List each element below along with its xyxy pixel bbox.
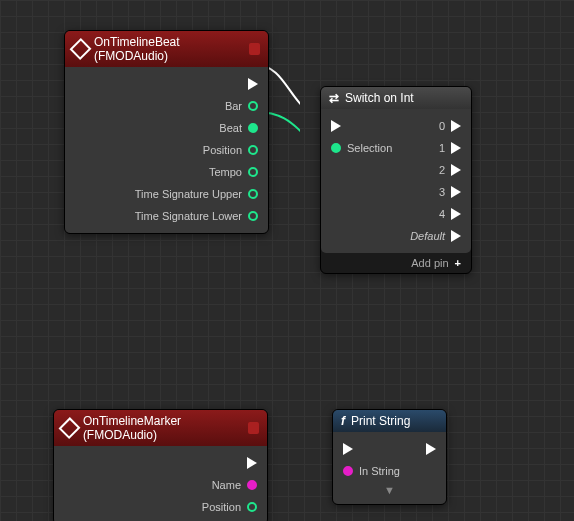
node-body: 0 Selection 1 2 3 4 Default: [321, 109, 471, 253]
node-ontimelinemarker[interactable]: OnTimelineMarker (FMODAudio) Name Positi…: [53, 409, 268, 521]
event-icon: [59, 417, 81, 439]
exec-out-2[interactable]: 2: [439, 164, 461, 176]
exec-out-default[interactable]: Default: [410, 230, 461, 242]
node-header[interactable]: ⇄ Switch on Int: [321, 87, 471, 109]
node-ontimelinebeat[interactable]: OnTimelineBeat (FMODAudio) Bar Beat Posi…: [64, 30, 269, 234]
exec-in-pin[interactable]: [343, 443, 353, 455]
exec-out-4[interactable]: 4: [439, 208, 461, 220]
exec-out-0[interactable]: 0: [439, 120, 461, 132]
node-title: Print String: [351, 414, 410, 428]
output-pin-tsupper[interactable]: Time Signature Upper: [135, 188, 258, 200]
close-icon[interactable]: [249, 43, 260, 55]
expand-chevron-icon[interactable]: ▼: [343, 482, 436, 498]
output-pin-position[interactable]: Position: [202, 501, 257, 513]
node-switch-on-int[interactable]: ⇄ Switch on Int 0 Selection 1 2 3 4 Defa…: [320, 86, 472, 274]
event-icon: [70, 38, 92, 60]
output-pin-bar[interactable]: Bar: [225, 100, 258, 112]
plus-icon: +: [455, 257, 461, 269]
output-pin-name[interactable]: Name: [212, 479, 257, 491]
node-print-string[interactable]: f Print String In String ▼: [332, 409, 447, 505]
close-icon[interactable]: [248, 422, 259, 434]
node-title: OnTimelineBeat (FMODAudio): [94, 35, 243, 63]
exec-out-pin[interactable]: [426, 443, 436, 455]
input-pin-selection[interactable]: Selection: [331, 142, 392, 154]
node-header[interactable]: OnTimelineMarker (FMODAudio): [54, 410, 267, 446]
node-body: Name Position: [54, 446, 267, 521]
node-title: OnTimelineMarker (FMODAudio): [83, 414, 242, 442]
output-pin-beat[interactable]: Beat: [219, 122, 258, 134]
exec-out-3[interactable]: 3: [439, 186, 461, 198]
output-pin-position[interactable]: Position: [203, 144, 258, 156]
node-body: In String ▼: [333, 432, 446, 504]
output-pin-tempo[interactable]: Tempo: [209, 166, 258, 178]
function-icon: f: [341, 414, 345, 428]
node-header[interactable]: f Print String: [333, 410, 446, 432]
node-header[interactable]: OnTimelineBeat (FMODAudio): [65, 31, 268, 67]
exec-out-1[interactable]: 1: [439, 142, 461, 154]
node-title: Switch on Int: [345, 91, 414, 105]
node-body: Bar Beat Position Tempo Time Signature U…: [65, 67, 268, 233]
output-pin-tslower[interactable]: Time Signature Lower: [135, 210, 258, 222]
switch-icon: ⇄: [329, 91, 339, 105]
input-pin-instring[interactable]: In String: [343, 465, 400, 477]
exec-in-pin[interactable]: [331, 120, 341, 132]
add-pin-button[interactable]: Add pin+: [321, 253, 471, 273]
exec-out-pin[interactable]: [248, 78, 258, 90]
exec-out-pin[interactable]: [247, 457, 257, 469]
